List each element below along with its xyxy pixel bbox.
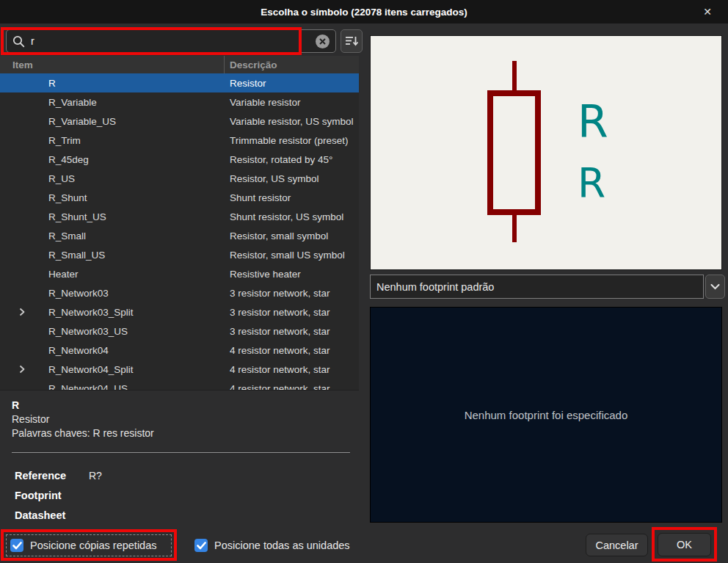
list-header: Item Descrição [0,56,359,73]
reference-label: Reference [15,468,89,483]
row-item-description[interactable]: Variable resistor [225,97,359,108]
row-item-description[interactable]: 4 resistor network, star [225,364,359,375]
clear-search-icon[interactable] [316,34,330,48]
row-item-description[interactable]: Resistor, rotated by 45° [225,154,359,165]
table-row[interactable]: R_Network04_US4 resistor network, star [0,379,359,390]
row-item-name[interactable]: R_Network03_US [48,326,225,337]
row-item-description[interactable]: Shunt resistor, US symbol [225,211,359,222]
row-item-name[interactable]: R_Trim [48,135,225,146]
row-item-description[interactable]: Resistor, small US symbol [225,250,359,261]
row-item-name[interactable]: R_Shunt [48,192,225,203]
row-item-name[interactable]: R_Variable_US [48,116,225,127]
chevron-down-icon [710,284,720,290]
row-item-name[interactable]: R_Network04_US [48,383,225,391]
row-item-name[interactable]: R_Small_US [48,250,225,261]
row-item-name[interactable]: R_Variable [48,97,225,108]
datasheet-label: Datasheet [15,508,89,523]
table-row[interactable]: R_Network033 resistor network, star [0,283,359,302]
reference-value: R? [89,468,102,483]
cancel-button[interactable]: Cancelar [586,534,648,556]
option-all-units-label: Posicione todas as unidades [214,540,350,551]
row-item-description[interactable]: 4 resistor network, star [225,383,359,391]
checkbox-checked-icon[interactable] [194,539,208,552]
sort-options-button[interactable] [341,29,363,53]
field-footprint: Footprint [15,488,359,503]
row-item-name[interactable]: R_45deg [48,154,225,165]
row-item-description[interactable]: 3 resistor network, star [225,288,359,299]
row-item-description[interactable]: 3 resistor network, star [225,326,359,337]
expander-icon[interactable] [0,308,48,316]
table-row[interactable]: R_VariableVariable resistor [0,92,359,112]
close-icon[interactable]: ✕ [697,0,718,23]
option-repeat-copies[interactable]: Posicione cópias repetidas [10,539,157,552]
row-item-description[interactable]: Variable resistor, US symbol [225,116,359,127]
search-text-field[interactable] [31,35,310,47]
row-item-name[interactable]: R_Shunt_US [48,211,225,222]
column-header-description[interactable]: Descrição [225,59,277,70]
row-item-description[interactable]: 3 resistor network, star [225,307,359,318]
footprint-select-dropdown-button[interactable] [705,275,725,299]
detail-symbol-description: Resistor [12,413,359,426]
checkbox-checked-icon[interactable] [10,539,23,552]
table-row[interactable]: R_Variable_USVariable resistor, US symbo… [0,112,359,131]
row-item-description[interactable]: Shunt resistor [225,192,359,203]
row-item-description[interactable]: 4 resistor network, star [225,345,359,356]
row-item-description[interactable]: Trimmable resistor (preset) [225,135,359,146]
row-item-name[interactable]: Heater [48,269,225,280]
option-repeat-copies-label: Posicione cópias repetidas [30,540,157,551]
symbol-list: RResistorR_VariableVariable resistorR_Va… [0,73,359,390]
table-row[interactable]: R_Small_USResistor, small US symbol [0,245,359,264]
search-icon [12,35,25,48]
footprint-select-value: Nenhum footprint padrão [376,281,494,293]
table-row[interactable]: R_SmallResistor, small symbol [0,226,359,245]
symbol-reference-text: R [578,96,608,148]
row-item-description[interactable]: Resistive heater [225,269,359,280]
detail-symbol-keywords: Palavras chaves: R res resistor [12,426,359,440]
row-item-name[interactable]: R_Network04 [48,345,225,356]
expander-icon[interactable] [0,365,48,374]
dialog-title: Escolha o símbolo (22078 itens carregado… [261,7,467,18]
sort-descending-icon [344,34,359,48]
table-row[interactable]: HeaterResistive heater [0,264,359,283]
table-row[interactable]: RResistor [0,73,359,92]
row-item-name[interactable]: R_US [48,173,225,184]
table-row[interactable]: R_Network04_Split4 resistor network, sta… [0,360,359,379]
row-item-name[interactable]: R [48,78,225,89]
footprint-select[interactable]: Nenhum footprint padrão [370,275,704,299]
resistor-symbol-drawing: R R [371,36,721,269]
table-row[interactable]: R_45degResistor, rotated by 45° [0,150,359,169]
symbol-details-pane: R Resistor Palavras chaves: R res resist… [0,390,359,524]
column-header-item[interactable]: Item [0,56,225,73]
row-item-name[interactable]: R_Small [48,230,225,241]
symbol-search-input[interactable] [6,29,336,53]
table-row[interactable]: R_Shunt_USShunt resistor, US symbol [0,207,359,226]
row-item-name[interactable]: R_Network03_Split [48,307,225,318]
footprint-preview-message: Nenhum footprint foi especificado [465,409,628,421]
table-row[interactable]: R_ShuntShunt resistor [0,188,359,207]
row-item-name[interactable]: R_Network04_Split [48,364,225,375]
symbol-value-text: R [578,159,605,206]
detail-symbol-name: R [12,399,359,413]
table-row[interactable]: R_Network03_US3 resistor network, star [0,322,359,341]
ok-button[interactable]: OK [658,533,711,556]
footprint-label: Footprint [15,488,89,503]
field-datasheet: Datasheet [15,508,359,523]
field-reference: Reference R? [15,468,359,483]
details-divider [12,452,350,453]
dialog-titlebar: Escolha o símbolo (22078 itens carregado… [0,0,728,23]
table-row[interactable]: R_Network03_Split3 resistor network, sta… [0,302,359,322]
row-item-description[interactable]: Resistor, small symbol [225,230,359,241]
table-row[interactable]: R_Network044 resistor network, star [0,341,359,360]
symbol-preview-panel: R R [370,35,722,270]
row-item-name[interactable]: R_Network03 [48,288,225,299]
option-all-units[interactable]: Posicione todas as unidades [194,539,350,552]
table-row[interactable]: R_USResistor, US symbol [0,169,359,188]
footprint-preview-panel: Nenhum footprint foi especificado [370,307,722,523]
table-row[interactable]: R_TrimTrimmable resistor (preset) [0,131,359,150]
row-item-description[interactable]: Resistor [225,78,359,89]
row-item-description[interactable]: Resistor, US symbol [225,173,359,184]
